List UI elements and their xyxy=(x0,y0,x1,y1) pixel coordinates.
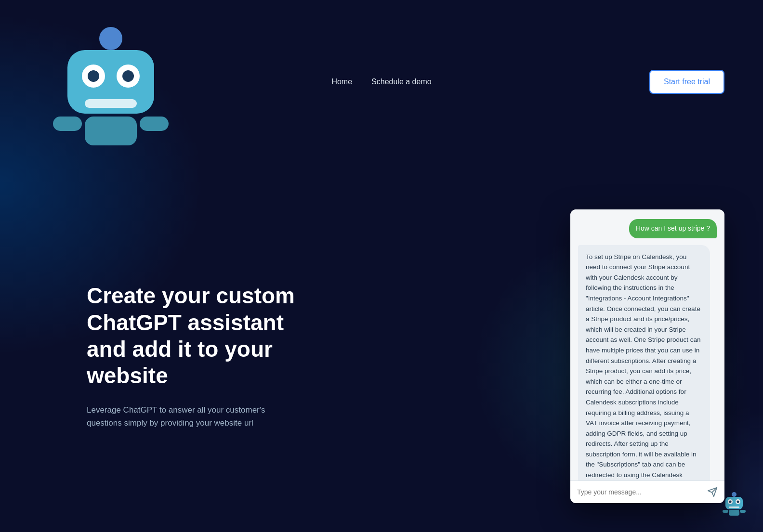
navbar: Home Schedule a demo Start free trial xyxy=(0,0,763,164)
chat-message-bot-1: To set up Stripe on Calendesk, you need … xyxy=(578,245,710,480)
svg-rect-8 xyxy=(53,117,82,131)
hero-subtitle: Leverage ChatGPT to answer all your cust… xyxy=(87,403,289,429)
hero-title: Create your custom ChatGPT assistant and… xyxy=(87,283,318,389)
nav-link-home[interactable]: Home xyxy=(331,78,352,86)
send-icon xyxy=(707,487,718,497)
chat-widget: How can I set up stripe ? To set up Stri… xyxy=(570,209,724,503)
svg-point-5 xyxy=(122,70,134,82)
svg-rect-6 xyxy=(85,99,137,108)
logo[interactable] xyxy=(39,10,183,154)
nav-links: Home Schedule a demo xyxy=(331,78,431,86)
start-free-trial-button[interactable]: Start free trial xyxy=(649,70,724,94)
nav-link-schedule-demo[interactable]: Schedule a demo xyxy=(371,78,432,86)
svg-point-4 xyxy=(88,70,99,82)
svg-rect-7 xyxy=(85,117,137,145)
hero-text-block: Create your custom ChatGPT assistant and… xyxy=(87,283,318,429)
chat-send-button[interactable] xyxy=(707,487,718,497)
svg-point-0 xyxy=(99,27,122,50)
chat-message-user-1: How can I set up stripe ? xyxy=(629,219,717,238)
chat-messages-container: How can I set up stripe ? To set up Stri… xyxy=(570,209,724,480)
logo-robot-icon xyxy=(39,10,183,154)
chat-message-input[interactable] xyxy=(577,488,702,496)
chat-input-area xyxy=(570,480,724,503)
hero-section: Create your custom ChatGPT assistant and… xyxy=(0,164,763,532)
svg-rect-9 xyxy=(140,117,169,131)
